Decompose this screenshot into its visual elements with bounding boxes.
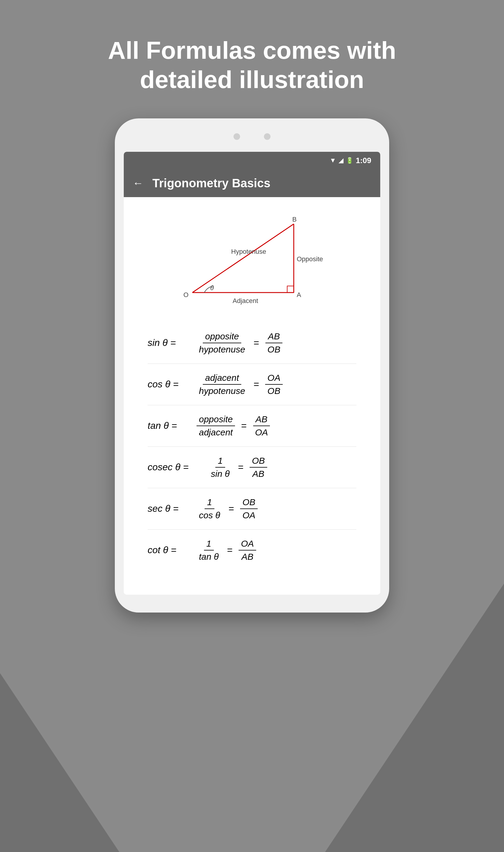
back-button[interactable]: ← xyxy=(133,177,143,189)
formula-sin-rhs: AB OB xyxy=(265,331,283,355)
formula-cosec: cosec θ = 1 sin θ = OB AB xyxy=(148,456,356,479)
svg-line-0 xyxy=(192,224,294,293)
status-bar: ▼ ◢ 🔋 1:09 xyxy=(124,152,380,169)
hero-heading: All Formulas comes with detailed illustr… xyxy=(43,0,461,119)
formula-cosec-rhs: OB AB xyxy=(250,456,267,479)
formula-sec-fraction: 1 cos θ xyxy=(197,497,222,520)
app-bar-title: Trigonometry Basics xyxy=(152,177,270,190)
formula-sin: sin θ = opposite hypotenuse = AB OB xyxy=(148,331,356,355)
triangle-diagram: Hypotenuse Opposite Adjacent O A B θ xyxy=(175,212,329,313)
signal-icon: ◢ xyxy=(339,157,344,164)
phone-top-area xyxy=(124,130,380,143)
formula-cot-rhs: OA AB xyxy=(238,539,256,562)
status-icons: ▼ ◢ 🔋 1:09 xyxy=(329,156,371,165)
formula-cot-lhs: cot θ = xyxy=(148,545,195,556)
divider-4 xyxy=(148,488,356,488)
app-bar: ← Trigonometry Basics xyxy=(124,169,380,197)
formulas-container: sin θ = opposite hypotenuse = AB OB cos … xyxy=(142,316,362,577)
bg-decoration-right xyxy=(325,584,504,852)
phone-dot-left xyxy=(234,133,240,140)
formula-sin-fraction: opposite hypotenuse xyxy=(197,331,248,355)
formula-cot-fraction: 1 tan θ xyxy=(197,539,221,562)
divider-3 xyxy=(148,447,356,447)
formula-cos-rhs: OA OB xyxy=(265,373,283,396)
content-area: Hypotenuse Opposite Adjacent O A B θ xyxy=(124,197,380,595)
formula-tan-fraction: opposite adjacent xyxy=(197,414,235,437)
formula-tan-rhs: AB OA xyxy=(253,414,270,437)
formula-sec: sec θ = 1 cos θ = OB OA xyxy=(148,497,356,520)
status-time: 1:09 xyxy=(356,156,371,165)
formula-sec-lhs: sec θ = xyxy=(148,503,195,514)
svg-text:Opposite: Opposite xyxy=(297,255,323,263)
svg-text:O: O xyxy=(183,291,188,298)
svg-text:A: A xyxy=(297,291,301,298)
svg-rect-3 xyxy=(287,286,294,293)
formula-tan-lhs: tan θ = xyxy=(148,420,195,431)
divider-5 xyxy=(148,529,356,530)
formula-cos-fraction: adjacent hypotenuse xyxy=(197,373,248,396)
diagram-container: Hypotenuse Opposite Adjacent O A B θ xyxy=(142,212,362,313)
phone-screen: ▼ ◢ 🔋 1:09 ← Trigonometry Basics xyxy=(124,152,380,595)
formula-sec-rhs: OB OA xyxy=(240,497,258,520)
formula-sin-lhs: sin θ = xyxy=(148,337,195,348)
svg-text:Adjacent: Adjacent xyxy=(233,297,258,305)
bg-decoration-left xyxy=(0,673,119,852)
formula-tan: tan θ = opposite adjacent = AB OA xyxy=(148,414,356,437)
phone-dot-right xyxy=(264,133,270,140)
svg-text:B: B xyxy=(292,216,297,223)
wifi-icon: ▼ xyxy=(329,157,336,164)
phone-device: ▼ ◢ 🔋 1:09 ← Trigonometry Basics xyxy=(115,119,389,613)
formula-cos-lhs: cos θ = xyxy=(148,379,195,390)
battery-icon: 🔋 xyxy=(346,157,354,164)
formula-cos: cos θ = adjacent hypotenuse = OA OB xyxy=(148,373,356,396)
svg-text:Hypotenuse: Hypotenuse xyxy=(231,248,266,255)
formula-cosec-fraction: 1 sin θ xyxy=(209,456,232,479)
formula-cot: cot θ = 1 tan θ = OA AB xyxy=(148,539,356,562)
svg-text:θ: θ xyxy=(210,284,214,292)
formula-cosec-lhs: cosec θ = xyxy=(148,461,207,473)
